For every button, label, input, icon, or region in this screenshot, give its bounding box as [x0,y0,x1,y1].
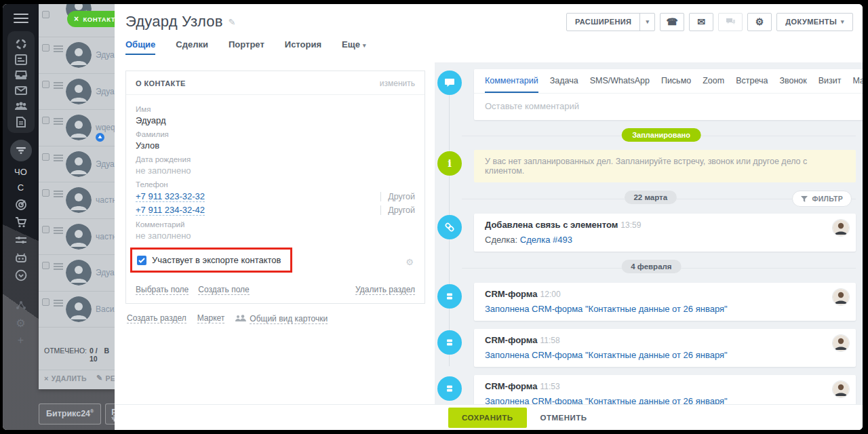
row-checkbox[interactable] [42,117,50,124]
menu-icon[interactable] [14,14,28,23]
tl-tab-letter[interactable]: Письмо [661,76,691,93]
marketing-target-icon[interactable] [13,198,29,212]
crm-funnel-icon[interactable] [10,140,32,161]
document-icon[interactable] [13,115,29,129]
drag-handle-icon[interactable] [54,189,63,199]
tl-tab-sms[interactable]: SMS/WhatsApp [590,76,650,93]
chevron-down-circle-icon[interactable] [13,269,29,282]
row-checkbox[interactable] [42,44,50,52]
row-checkbox[interactable] [42,11,50,18]
phone-type[interactable]: Другой [380,205,415,215]
contact-name-link[interactable]: Эдуарж [96,50,115,60]
tab-portrait[interactable]: Портрет [229,39,264,54]
row-checkbox[interactable] [42,298,50,306]
export-checkbox[interactable] [137,256,146,265]
row-checkbox[interactable] [42,262,50,269]
drag-handle-icon[interactable] [54,226,63,235]
pulse-icon[interactable] [13,37,29,51]
inbox-icon[interactable] [13,68,29,82]
tl-tab-market[interactable]: Маркет [853,76,863,93]
delete-section-link[interactable]: Удалить раздел [355,285,415,295]
row-checkbox[interactable] [42,81,50,88]
contact-row[interactable]: частно [39,219,115,256]
row-checkbox[interactable] [42,189,50,197]
extensions-button[interactable]: РАСШИРЕНИЯ ▾ [566,13,655,31]
deal-link[interactable]: Сделка #493 [520,235,572,245]
tl-tab-task[interactable]: Задача [550,76,578,93]
crm-clients-icon[interactable] [13,99,29,113]
sidebar-item-c[interactable]: С [3,182,39,193]
tab-more[interactable]: Еще▾ [342,39,366,54]
cancel-button[interactable]: ОТМЕНИТЬ [532,408,595,428]
contact-name-link[interactable]: частно [96,232,115,241]
call-button[interactable]: ☎ [660,13,684,31]
delete-button[interactable]: ×УДАЛИТЬ [44,374,87,382]
total-label: В [104,347,109,363]
settings-gear-button[interactable]: ⚙ [747,13,772,31]
contact-name-link[interactable]: Эдуард [96,159,115,169]
drag-handle-icon[interactable] [54,298,63,308]
contact-row[interactable]: Эдуард [39,74,115,111]
add-plus-icon[interactable]: + [13,334,29,347]
tl-tab-zoom[interactable]: Zoom [703,76,724,93]
tab-deals[interactable]: Сделки [176,39,208,54]
planner-icon[interactable] [13,52,29,66]
crm-form-link[interactable]: Заполнена CRM-форма "Контактные данные о… [485,304,728,314]
create-field-link[interactable]: Создать поле [198,285,250,295]
crm-form-link[interactable]: Заполнена CRM-форма "Контактные данные о… [485,350,728,360]
contact-name-link[interactable]: частно [96,195,115,205]
contact-name-link[interactable]: wqeqw [96,123,115,132]
export-checkbox-label[interactable]: Участвует в экспорте контактов [152,255,281,265]
field-settings-gear-icon[interactable]: ⚙ [406,257,414,267]
mail-icon[interactable] [13,83,29,98]
edit-button[interactable]: ✎РЕДАК [96,374,115,382]
contact-name-link[interactable]: Эдуард [96,268,115,277]
phone-type[interactable]: Другой [380,192,415,201]
filter-button[interactable]: ФИЛЬТР [792,191,852,207]
phone-link[interactable]: +7 911 234-32-42 [136,205,205,216]
sliders-icon[interactable] [13,233,29,247]
close-contact-button[interactable]: × КОНТАКТ [67,11,115,27]
contact-name-link[interactable]: Эдуард [96,87,115,96]
email-button[interactable]: ✉ [689,13,713,31]
contact-row[interactable]: wqeqw [39,110,115,146]
select-field-link[interactable]: Выбрать поле [136,285,189,295]
sites-nodes-icon[interactable] [13,298,29,312]
drag-handle-icon[interactable] [54,153,63,163]
contact-row[interactable]: Васили [39,292,115,328]
sidebar-item-cho[interactable]: ЧО [3,167,39,177]
contact-row[interactable]: частно [39,182,115,219]
tl-tab-meeting[interactable]: Встреча [736,76,768,93]
cart-icon[interactable] [13,216,29,229]
settings-gear-icon[interactable]: ⚙ [13,316,29,330]
edit-title-icon[interactable]: ✎ [229,17,236,27]
chevron-down-icon[interactable]: ▾ [639,14,654,31]
contact-row[interactable]: Эдуард [39,255,115,292]
tab-history[interactable]: История [285,39,321,54]
row-checkbox[interactable] [42,153,50,161]
contact-name-link[interactable]: Васили [96,304,115,314]
phone-link[interactable]: +7 911 323-32-32 [136,191,205,202]
card-view-link[interactable]: Общий вид карточки [235,314,328,323]
tl-tab-visit[interactable]: Визит [818,76,842,93]
market-link[interactable]: Маркет [197,313,225,323]
save-button[interactable]: СОХРАНИТЬ [448,408,527,428]
edit-section-link[interactable]: изменить [380,79,415,88]
tl-tab-comment[interactable]: Комментарий [485,76,538,93]
bitrix24-button[interactable]: Битрикс24® [39,403,101,425]
robot-icon[interactable] [13,251,29,264]
chat-button[interactable] [718,13,743,31]
tab-general[interactable]: Общие [125,39,155,55]
crm-form-link[interactable]: Заполнена CRM-форма "Контактные данные о… [485,396,728,404]
drag-handle-icon[interactable] [54,117,63,126]
tl-tab-call[interactable]: Звонок [779,76,806,93]
contact-row[interactable]: Эдуарж [39,37,115,74]
comment-input[interactable]: Оставьте комментарий [474,94,863,120]
documents-button[interactable]: ДОКУМЕНТЫ ▾ [776,13,853,31]
contact-row[interactable]: Эдуард [39,146,115,183]
create-section-link[interactable]: Создать раздел [127,313,186,323]
drag-handle-icon[interactable] [54,44,63,54]
row-checkbox[interactable] [42,226,50,233]
drag-handle-icon[interactable] [54,262,63,271]
drag-handle-icon[interactable] [54,81,63,90]
